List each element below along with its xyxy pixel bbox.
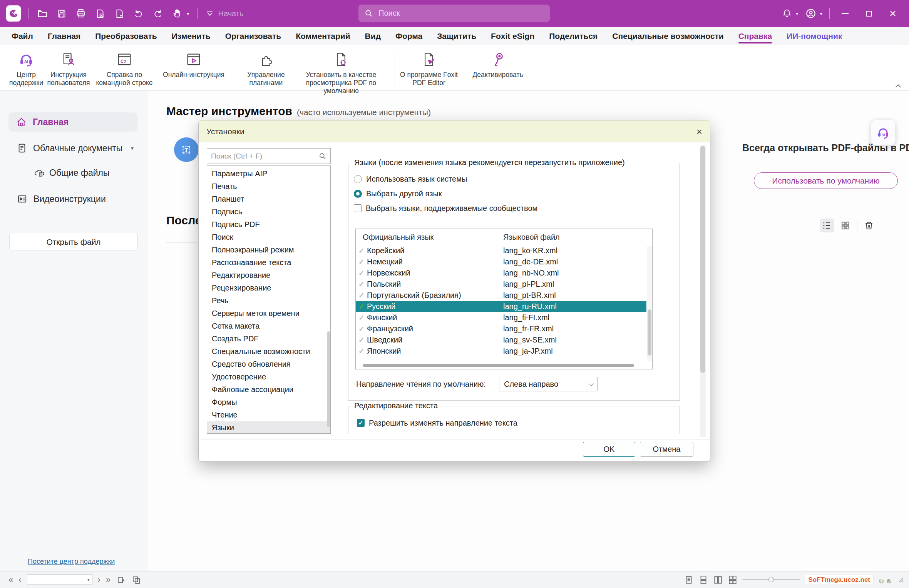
search-input[interactable] [378,9,544,18]
continuous-view-icon[interactable] [698,575,708,585]
clipboard-copy-icon[interactable] [131,575,141,585]
sidebar-item-cloud-documents[interactable]: Облачные документы ▾ [17,142,122,155]
resize-grip[interactable] [898,577,904,583]
ribbon-button-user-manual[interactable]: Инструкция пользователя [45,49,92,87]
ribbon-button-commandline-help[interactable]: C:\ Справка по командной строке [92,49,157,87]
next-page-button[interactable]: › [98,576,100,584]
sidebar-item-video-tutorials[interactable]: Видеоинструкции [17,192,106,205]
dialog-close-icon[interactable]: × [696,127,702,137]
category-item[interactable]: Речь [207,294,330,307]
page-number-combo[interactable]: ▾ [27,575,92,585]
category-item[interactable]: Параметры AIP [207,167,330,180]
account-avatar-icon[interactable] [805,8,817,19]
scrollbar-thumb[interactable] [648,309,651,356]
dialog-titlebar[interactable]: Установки × [199,120,710,142]
ribbon-button-online-tutorial[interactable]: Онлайн-инструкция [157,49,230,79]
menubar-item[interactable]: Поделиться [549,32,598,41]
undo-icon[interactable] [133,8,144,19]
first-page-button[interactable]: « [8,576,13,584]
facing-view-icon[interactable] [713,575,723,585]
table-horizontal-scrollbar[interactable] [360,364,643,367]
scrollbar-thumb[interactable] [327,331,330,427]
category-item[interactable]: Сетка макета [207,320,330,332]
category-item[interactable]: Поиск [207,231,330,244]
ribbon-button-support-center[interactable]: AI Центр поддержки [7,49,45,87]
save-icon[interactable] [56,8,67,19]
chevron-down-icon[interactable]: ▾ [85,577,92,582]
hand-tool-icon[interactable] [171,8,183,19]
category-item[interactable]: Полноэкранный режим [207,244,330,256]
menubar-item[interactable]: Организовать [225,32,281,41]
last-page-button[interactable]: » [106,576,110,584]
single-page-view-icon[interactable] [684,575,694,585]
category-item[interactable]: Серверы меток времени [207,307,330,320]
language-row[interactable]: ✓ Японский lang_ja-JP.xml [356,346,646,357]
cancel-button[interactable]: Отмена [640,442,693,457]
category-item[interactable]: Формы [207,396,330,409]
menubar-item[interactable]: Специальные возможности [612,32,723,41]
preferences-category-list[interactable]: Параметры AIPПечатьПланшетПодписьПодпись… [207,165,331,434]
language-row[interactable]: ✓ Польский lang_pl-PL.xml [356,279,646,290]
sidebar-item-shared-files[interactable]: Общие файлы [34,166,110,179]
continuous-facing-view-icon[interactable] [728,575,738,585]
category-item[interactable]: Планшет [207,193,330,205]
ribbon-button-about[interactable]: О программе Foxit PDF Editor [400,49,458,87]
category-item[interactable]: Рецензирование [207,282,330,294]
page-number-input[interactable] [27,576,85,583]
radio-choose-language[interactable]: Выбрать другой язык [354,186,680,201]
ai-assistant-floating-button[interactable]: AI [871,119,896,145]
category-item[interactable]: Файловые ассоциации [207,383,330,396]
menubar-item[interactable]: ИИ-помощник [787,32,842,41]
category-item[interactable]: Распознавание текста [207,256,330,269]
grid-view-button[interactable] [839,219,852,232]
category-item[interactable]: Печать [207,180,330,193]
category-item[interactable]: Редактирование [207,269,330,282]
language-row[interactable]: ✓ Французский lang_fr-FR.xml [356,323,646,334]
scrollbar-thumb[interactable] [700,146,705,373]
language-row[interactable]: ✓ Норвежский lang_nb-NO.xml [356,267,646,279]
page-remove-icon[interactable] [94,8,106,19]
scrollbar[interactable] [326,167,330,433]
quick-start-button[interactable]: Начать [205,9,244,18]
previous-page-button[interactable]: ‹ [18,576,21,584]
ribbon-collapse-button[interactable] [895,84,903,89]
ribbon-button-deactivate[interactable]: Деактивировать [468,49,528,79]
ribbon-button-set-default-viewer[interactable]: Установить в качестве просмотрщика PDF п… [292,49,390,95]
notifications-bell-icon[interactable] [781,8,793,19]
support-center-link[interactable]: Посетите центр поддержки [28,558,115,566]
category-item[interactable]: Подпись [207,205,330,218]
checkbox-community-languages[interactable]: Выбрать языки, поддерживаемые сообщество… [354,201,680,215]
sidebar-item-home[interactable]: Главная [8,112,137,132]
language-row[interactable]: ✓ Корейский lang_ko-KR.xml [356,245,646,256]
category-item[interactable]: Средство обновления [207,358,330,371]
ribbon-button-manage-plugins[interactable]: Управление плагинами [240,49,292,87]
checkbox-allow-text-direction[interactable]: ✓ Разрешить изменять направление текста [357,416,680,430]
open-folder-icon[interactable] [37,8,48,19]
menubar-item[interactable]: Форма [395,32,422,41]
snapshot-icon[interactable] [116,575,126,585]
category-item[interactable]: Удостоверение [207,371,330,383]
menubar-item[interactable]: Комментарий [296,32,350,41]
delete-trash-button[interactable] [862,219,876,232]
minimize-button[interactable] [837,5,854,22]
chevron-down-icon[interactable]: ▾ [131,145,134,151]
dialog-scrollbar[interactable] [700,145,706,437]
menubar-item[interactable]: Защитить [437,32,476,41]
preferences-search-box[interactable] [207,148,331,164]
category-item[interactable]: Чтение [207,409,330,421]
radio-use-system-language[interactable]: Использовать язык системы [354,172,680,186]
category-item[interactable]: Специальные возможности [207,345,330,358]
reading-direction-select[interactable]: Слева направо [499,377,598,391]
category-item[interactable]: Создать PDF [207,332,330,345]
language-row[interactable]: ✓ Финский lang_fi-FI.xml [356,312,646,323]
menubar-item[interactable]: Вид [365,32,381,41]
table-vertical-scrollbar[interactable] [647,246,652,361]
chevron-down-icon[interactable]: ▾ [796,11,799,17]
chevron-down-icon[interactable]: ▾ [820,11,822,17]
menubar-item[interactable]: Преобразовать [95,32,157,41]
menubar-item[interactable]: Справка [738,32,772,41]
category-item[interactable]: Подпись PDF [207,218,330,231]
menubar-item[interactable]: Изменить [172,32,211,41]
redo-icon[interactable] [152,8,164,19]
category-item[interactable]: Языки [207,421,330,434]
